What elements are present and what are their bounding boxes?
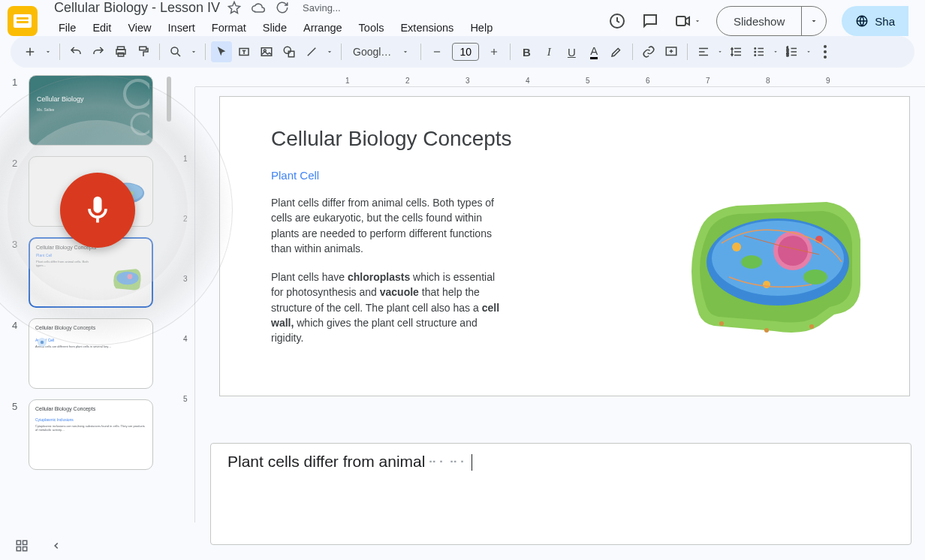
menu-tools[interactable]: Tools	[351, 19, 392, 37]
document-title[interactable]: Cellular Biology - Lesson IV	[48, 0, 220, 16]
svg-text:3: 3	[787, 53, 789, 57]
thumb-subhead: Plant Cell	[36, 253, 146, 257]
comment-icon[interactable]	[641, 12, 659, 30]
svg-point-26	[111, 184, 143, 201]
font-size-input[interactable]: 10	[452, 43, 479, 61]
slideshow-split-button: Slideshow	[716, 6, 827, 36]
svg-rect-48	[23, 547, 27, 551]
thumb-scrollbar[interactable]	[167, 77, 171, 122]
thumb-cell-image	[108, 260, 146, 293]
numbered-list-button[interactable]: 123	[782, 41, 803, 62]
history-icon[interactable]	[608, 12, 626, 30]
horizontal-ruler[interactable]: 1 2 3 4 5 6 7 8 9	[195, 74, 925, 87]
slideshow-dropdown[interactable]	[801, 7, 826, 35]
thumb-row-5[interactable]: 5 Cellular Biology Concepts Cytoplasmic …	[12, 399, 170, 470]
text-span: which gives the plant cell structure and…	[271, 317, 478, 344]
slide-subtitle[interactable]: Plant Cell	[220, 151, 909, 182]
menu-insert[interactable]: Insert	[161, 19, 203, 37]
slideshow-button[interactable]: Slideshow	[717, 7, 801, 35]
underline-button[interactable]: U	[561, 41, 582, 62]
collapse-icon[interactable]	[51, 539, 62, 552]
menu-format[interactable]: Format	[204, 19, 254, 37]
slide-thumb-2[interactable]	[29, 156, 153, 227]
more-options-button[interactable]	[815, 41, 836, 62]
print-button[interactable]	[110, 41, 131, 62]
zoom-dropdown[interactable]	[188, 41, 200, 62]
thumb-row-3[interactable]: 3 Cellular Biology Concepts Plant Cell P…	[12, 237, 170, 308]
text-color-button[interactable]: A	[583, 41, 604, 62]
shape-tool[interactable]	[279, 41, 300, 62]
menu-edit[interactable]: Edit	[85, 19, 119, 37]
slide-body-2[interactable]: Plant cells have chloroplasts which is e…	[220, 256, 505, 345]
line-tool[interactable]	[301, 41, 322, 62]
slide-thumb-3[interactable]: Cellular Biology Concepts Plant Cell Pla…	[29, 237, 153, 308]
numbered-dropdown[interactable]	[804, 41, 813, 62]
text-cursor	[472, 454, 472, 471]
paint-format-button[interactable]	[133, 41, 154, 62]
align-button[interactable]	[693, 41, 714, 62]
menu-slide[interactable]: Slide	[255, 19, 294, 37]
redo-button[interactable]	[88, 41, 109, 62]
svg-rect-45	[17, 540, 20, 544]
zoom-button[interactable]	[165, 41, 186, 62]
increase-font-button[interactable]	[484, 41, 505, 62]
meet-icon[interactable]	[674, 12, 701, 30]
refresh-icon[interactable]	[276, 1, 289, 14]
speaker-notes[interactable]: Plant cells differ from animal⠒⠂⠒⠂	[210, 443, 911, 545]
slide-canvas[interactable]: Cellular Biology Concepts Plant Cell Pla…	[219, 96, 910, 396]
menu-extensions[interactable]: Extensions	[393, 19, 461, 37]
bottom-bar	[15, 539, 62, 552]
slide-thumb-1[interactable]: Cellular Biology Ms. Sallee	[29, 75, 153, 146]
chevron-down-icon	[402, 48, 409, 56]
line-dropdown[interactable]	[324, 41, 336, 62]
highlight-button[interactable]	[606, 41, 627, 62]
vertical-ruler[interactable]: 1 2 3 4 5	[182, 87, 195, 522]
thumb-row-4[interactable]: 4 Cellular Biology Concepts Animal Cell …	[12, 318, 170, 389]
slides-logo[interactable]	[8, 6, 38, 36]
svg-rect-12	[288, 51, 294, 57]
thumbnail-panel: 1 Cellular Biology Ms. Sallee 2 3 Cellul…	[0, 68, 174, 522]
font-picker[interactable]: Googl…	[347, 46, 415, 58]
grid-view-icon[interactable]	[15, 539, 29, 552]
italic-button[interactable]: I	[538, 41, 559, 62]
line-spacing-button[interactable]	[726, 41, 747, 62]
font-name: Googl…	[353, 46, 391, 58]
thumb-header: Cellular Biology Concepts	[36, 245, 146, 250]
star-icon[interactable]	[227, 1, 241, 14]
menu-file[interactable]: File	[51, 19, 83, 37]
bullet-list-button[interactable]	[749, 41, 770, 62]
new-slide-button[interactable]	[20, 41, 41, 62]
svg-point-27	[120, 188, 126, 194]
select-tool[interactable]	[211, 41, 232, 62]
slide-title[interactable]: Cellular Biology Concepts	[220, 97, 909, 151]
decrease-font-button[interactable]	[426, 41, 447, 62]
svg-rect-46	[23, 540, 27, 544]
svg-point-29	[116, 272, 138, 285]
link-button[interactable]	[638, 41, 659, 62]
svg-point-23	[125, 80, 149, 107]
svg-point-37	[741, 255, 762, 269]
slide-thumb-5[interactable]: Cellular Biology Concepts Cytoplasmic In…	[29, 399, 153, 470]
bullet-dropdown[interactable]	[771, 41, 780, 62]
thumb-row-1[interactable]: 1 Cellular Biology Ms. Sallee	[12, 75, 170, 146]
plant-cell-image[interactable]	[669, 179, 879, 345]
ruler-tick: 9	[826, 77, 830, 85]
undo-button[interactable]	[65, 41, 86, 62]
slide-body-1[interactable]: Plant cells differ from animal cells. Bo…	[220, 182, 505, 256]
menu-help[interactable]: Help	[462, 19, 500, 37]
image-tool[interactable]	[256, 41, 277, 62]
menu-arrange[interactable]: Arrange	[296, 19, 350, 37]
slide-thumb-4[interactable]: Cellular Biology Concepts Animal Cell An…	[29, 318, 153, 389]
thumb-row-2[interactable]: 2	[12, 156, 170, 227]
textbox-tool[interactable]	[234, 41, 255, 62]
cloud-move-icon[interactable]	[252, 1, 265, 14]
menu-view[interactable]: View	[120, 19, 158, 37]
header: Cellular Biology - Lesson IV Saving... F…	[0, 0, 925, 36]
align-dropdown[interactable]	[716, 41, 725, 62]
add-comment-button[interactable]	[661, 41, 682, 62]
new-slide-dropdown[interactable]	[42, 41, 54, 62]
share-button[interactable]: Sha	[842, 6, 908, 36]
ruler-tick: 5	[183, 395, 188, 403]
bold-button[interactable]: B	[516, 41, 537, 62]
svg-point-36	[778, 236, 808, 266]
